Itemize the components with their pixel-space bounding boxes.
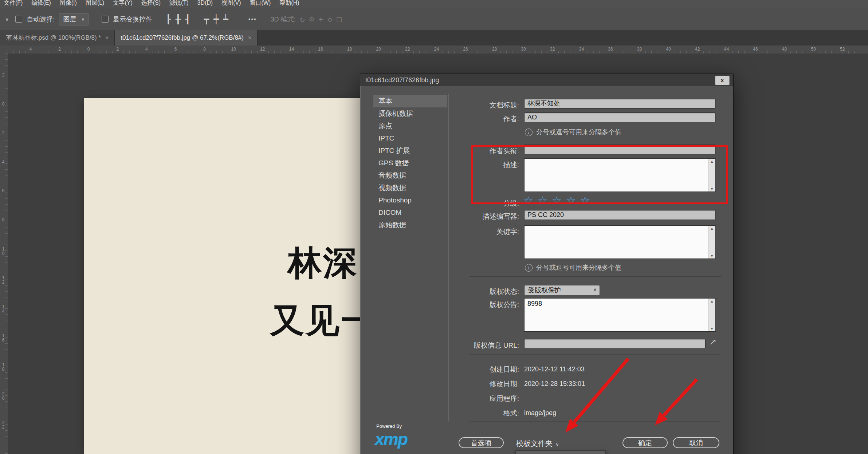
sidebar-item[interactable]: 视频数据 [373,182,447,194]
layer-target-select[interactable]: 图层 ∨ [59,13,89,25]
preferences-button[interactable]: 首选项 [459,437,504,448]
scroll-up-icon[interactable]: ▲ [708,226,715,230]
tab-label: t01c61cd207f7626fbb.jpg @ 67.2%(RGB/8#) [121,34,244,42]
ruler-number: 14 [289,47,294,52]
ok-button[interactable]: 确定 [622,437,668,448]
align-right-edges-icon[interactable]: ┨ [185,14,190,25]
ruler-number: 6 [1,189,5,193]
template-folder-menu-item[interactable]: ✓模板文件夹 [516,451,605,454]
sidebar-item[interactable]: 原始数据 [373,219,447,231]
tab-bar: 茗琳新品标.psd @ 100%(RGB/8) *×t01c61cd207f76… [0,30,868,46]
go-to-url-icon[interactable]: ↗ [709,337,716,347]
menu-item[interactable]: 视图(V) [221,0,241,7]
ruler-corner[interactable] [0,46,8,54]
sidebar-item[interactable]: Photoshop [373,194,447,206]
sidebar-item[interactable]: 原点 [373,120,447,132]
menu-item[interactable]: 图层(L) [86,0,105,7]
copyright-url-input[interactable] [524,339,706,349]
roll-3d-icon[interactable]: ⊙ [309,14,314,25]
copyright-status-select[interactable]: 受版权保护 ∨ [524,285,600,295]
scrollbar[interactable]: ▲ ▼ [708,226,715,258]
dialog-title: t01c61cd207f7626fbb.jpg [365,76,439,84]
menu-item[interactable]: 窗口(W) [250,0,271,7]
tab-close-icon[interactable]: × [105,35,109,41]
writer-value: PS CC 2020 [525,210,715,220]
document-tab[interactable]: t01c61cd207f7626fbb.jpg @ 67.2%(RGB/8#)× [115,30,258,46]
show-transform-checkbox[interactable] [102,16,109,23]
sidebar-item[interactable]: DICOM [373,206,447,219]
align-left-edges-icon[interactable]: ┠ [166,14,171,25]
menu-item[interactable]: 选择(S) [141,0,161,7]
chevron-down-icon: ∨ [593,287,597,292]
ruler-number: 46 [753,47,758,52]
menu-item[interactable]: 文字(Y) [113,0,132,7]
ruler-number: 40 [666,47,671,52]
separator [235,13,235,25]
menu-item[interactable]: 滤镜(T) [169,0,188,7]
keywords-textarea[interactable]: ▲ ▼ [524,225,716,259]
options-bar: ∨ 自动选择: 图层 ∨ 显示变换控件 ┠╂┨ ┯┿┷ ••• 3D 模式: ↻… [0,8,868,30]
ruler-number: 4 [30,47,32,52]
copyright-notice-label: 版权公告: [446,300,519,309]
orbit-3d-icon[interactable]: ↻ [300,14,305,25]
ruler-number: 4 [145,47,148,52]
template-folder-dropdown[interactable]: 模板文件夹∨ [516,439,559,449]
tab-strip: 茗琳新品标.psd @ 100%(RGB/8) *×t01c61cd207f76… [0,30,868,46]
template-folder-label: 模板文件夹 [516,439,553,447]
copyright-notice-textarea[interactable]: 8998 ▲ ▼ [524,298,716,332]
align-bottom-edges-icon[interactable]: ┷ [223,14,228,25]
drag-3d-icon[interactable]: + [318,14,323,25]
sidebar-item[interactable]: 音频数据 [373,169,447,182]
show-transform-label: 显示变换控件 [113,15,152,24]
more-options-icon[interactable]: ••• [248,16,257,23]
align-top-edges-icon[interactable]: ┯ [204,14,209,25]
align-horizontal-centers-icon[interactable]: ╂ [176,14,181,25]
slide-3d-icon[interactable]: ◇ [327,14,332,25]
menu-item[interactable]: 图像(I) [60,0,77,7]
doc-title-input[interactable]: 林深不知处 [524,99,716,108]
tool-preset-chevron-icon[interactable]: ∨ [5,16,9,22]
menu-item[interactable]: 文件(F) [4,0,23,7]
ruler-number: 24 [434,47,439,52]
author-label: 作者: [446,114,519,124]
menu-item[interactable]: 帮助(H) [279,0,299,7]
align-vertical-centers-icon[interactable]: ┿ [213,14,219,25]
ruler-number: 2 [116,47,119,52]
scale-3d-icon[interactable]: □ [337,14,342,25]
menu-item[interactable]: 3D(D) [197,0,213,7]
auto-select-checkbox[interactable] [15,16,22,23]
3d-mode-label: 3D 模式: [271,15,296,24]
sidebar-item[interactable]: IPTC [373,132,447,145]
sidebar-item[interactable]: 摄像机数据 [373,107,447,120]
modified-date-value: 2020-12-28 15:33:01 [524,379,585,389]
dialog-titlebar[interactable]: t01c61cd207f7626fbb.jpg [360,74,733,86]
sidebar-item[interactable]: GPS 数据 [373,157,447,169]
ruler-number: 44 [724,47,729,52]
chevron-down-icon: ∨ [555,442,559,447]
ruler-number: 10 [231,47,236,52]
scroll-up-icon[interactable]: ▲ [708,299,715,303]
cancel-button[interactable]: 取消 [673,437,719,448]
scroll-down-icon[interactable]: ▼ [708,254,715,258]
writer-label: 描述编写器: [446,212,519,221]
author-input[interactable]: AO [524,112,716,122]
sidebar-item[interactable]: 基本 [373,95,447,107]
scrollbar[interactable]: ▲ ▼ [708,299,715,331]
menu-item[interactable]: 编辑(E) [31,0,51,7]
powered-by-label: Powered By [376,423,402,429]
document-tab[interactable]: 茗琳新品标.psd @ 100%(RGB/8) *× [0,30,115,46]
dialog-close-button[interactable]: x [715,76,730,85]
writer-input[interactable]: PS CC 2020 [524,210,716,220]
ruler-ticks [5,54,8,454]
horizontal-ruler[interactable]: 4202468101214161820222426283032343638404… [8,46,868,54]
ruler-number: 16 [318,47,323,52]
sidebar-item[interactable]: IPTC 扩展 [373,145,447,157]
ruler-number: 10 [1,247,5,256]
tab-close-icon[interactable]: × [248,35,251,41]
scroll-down-icon[interactable]: ▼ [708,327,715,331]
vertical-ruler[interactable]: 20246810121416182022 [0,54,8,454]
created-date-value: 2020-12-12 11:42:03 [524,364,585,374]
copyright-status-label: 版权状态: [446,287,519,296]
artboard-text-line1: 林深 [288,240,358,286]
format-label: 格式: [446,408,519,418]
